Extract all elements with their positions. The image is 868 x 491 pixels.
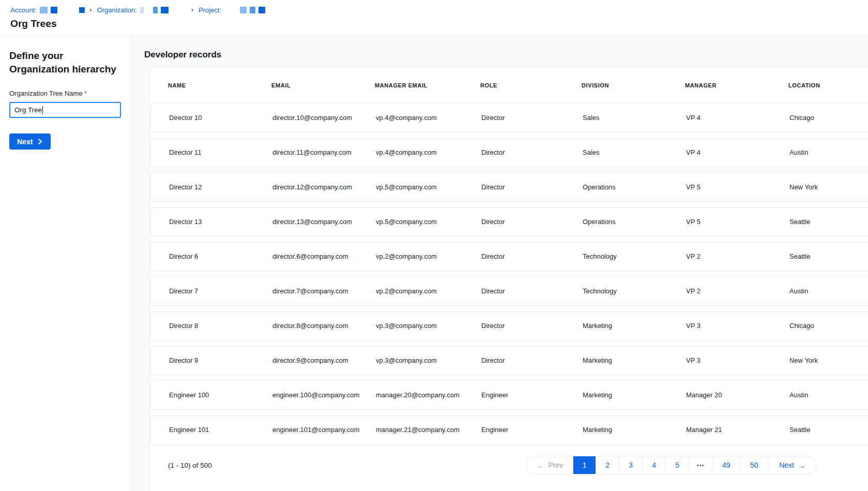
redacted-project-value (258, 7, 265, 13)
cell-division: Marketing (583, 356, 686, 364)
table-row[interactable]: Director 12 director.12@company.com vp.5… (150, 172, 868, 202)
prev-label: Prev (548, 461, 563, 469)
table-row[interactable]: Engineer 100 engineer.100@company.com ma… (150, 380, 868, 410)
next-button-label: Next (17, 138, 33, 146)
cell-email: engineer.101@company.com (272, 426, 376, 434)
page-title: Org Trees (10, 18, 868, 29)
next-button[interactable]: Next (9, 133, 51, 150)
cell-role: Director (481, 148, 583, 156)
cell-manager: VP 4 (686, 148, 789, 156)
cell-name: Director 7 (169, 287, 272, 295)
cell-location: Austin (789, 287, 868, 295)
developer-records-card: NAME EMAIL MANAGER EMAIL ROLE DIVISION M… (149, 67, 868, 491)
cell-manager: VP 2 (686, 252, 789, 260)
pagination-page-1[interactable]: 1 (573, 456, 596, 474)
cell-location: New York (789, 183, 868, 191)
pagination-page-50[interactable]: 50 (740, 456, 768, 474)
cell-division: Marketing (583, 391, 686, 399)
pagination-page-49[interactable]: 49 (712, 456, 740, 474)
cell-email: director.12@company.com (272, 183, 376, 191)
page-header: Account: › Organization: › Project: Org … (0, 0, 868, 36)
required-asterisk: * (84, 90, 87, 97)
org-hierarchy-sidebar: Define your Organization hierarchy Organ… (0, 36, 132, 491)
cell-location: Seattle (789, 252, 868, 260)
table-row[interactable]: Director 9 director.9@company.com vp.3@c… (150, 346, 868, 375)
pagination-page-3[interactable]: 3 (619, 456, 642, 474)
redacted-account-value (51, 7, 57, 13)
table-row[interactable]: Director 10 director.10@company.com vp.4… (150, 103, 868, 132)
cell-manager-email: manager.20@company.com (376, 391, 481, 399)
breadcrumb: Account: › Organization: › Project: (10, 5, 868, 14)
cell-email: director.6@company.com (272, 252, 376, 260)
cell-manager-email: vp.5@company.com (376, 218, 481, 226)
column-header-name: NAME (168, 82, 271, 88)
cell-division: Sales (583, 148, 686, 156)
table-row[interactable]: Director 6 director.6@company.com vp.2@c… (150, 242, 868, 271)
cell-name: Director 11 (169, 148, 272, 156)
cell-division: Technology (583, 252, 686, 260)
cell-name: Director 6 (169, 252, 272, 260)
arrow-right-icon: → (798, 462, 805, 469)
cell-manager-email: vp.2@company.com (376, 252, 481, 260)
cell-email: director.10@company.com (272, 114, 376, 122)
breadcrumb-project-link[interactable]: Project: (199, 6, 221, 14)
chevron-right-icon (37, 139, 43, 144)
cell-manager-email: vp.4@company.com (376, 114, 481, 122)
cell-email: engineer.100@company.com (272, 391, 376, 399)
cell-role: Director (481, 114, 583, 122)
next-label: Next (779, 461, 794, 469)
cell-location: Austin (789, 391, 868, 399)
cell-role: Director (481, 322, 583, 330)
developer-records-heading: Developer records (144, 50, 868, 60)
redacted-project-value (250, 7, 255, 13)
pagination-page-4[interactable]: 4 (642, 456, 665, 474)
cell-manager-email: vp.2@company.com (376, 287, 481, 295)
cell-manager: Manager 20 (686, 391, 789, 399)
text-cursor (42, 106, 43, 114)
column-header-role: ROLE (480, 82, 582, 88)
cell-email: director.9@company.com (272, 356, 376, 364)
pagination-ellipsis[interactable]: ••• (689, 456, 712, 474)
cell-manager: VP 2 (686, 287, 789, 295)
cell-role: Director (481, 356, 583, 364)
sidebar-heading: Define your Organization hierarchy (9, 49, 120, 76)
cell-manager-email: vp.3@company.com (376, 322, 481, 330)
table-row[interactable]: Director 7 director.7@company.com vp.2@c… (150, 276, 868, 306)
column-header-division: DIVISION (582, 82, 685, 88)
table-row[interactable]: Director 13 director.13@company.com vp.5… (150, 207, 868, 236)
cell-role: Director (481, 252, 583, 260)
main-content: Developer records NAME EMAIL MANAGER EMA… (132, 36, 868, 491)
column-header-email: EMAIL (271, 82, 375, 88)
table-body: Director 10 director.10@company.com vp.4… (150, 103, 868, 444)
cell-name: Director 8 (169, 322, 272, 330)
cell-name: Engineer 101 (169, 426, 272, 434)
pagination-next-button[interactable]: Next → (768, 456, 816, 474)
cell-name: Director 9 (169, 356, 272, 364)
breadcrumb-organization-link[interactable]: Organization: (97, 6, 137, 14)
cell-division: Operations (583, 183, 686, 191)
org-tree-name-input[interactable]: Org Tree (9, 102, 121, 118)
table-row[interactable]: Engineer 101 engineer.101@company.com ma… (150, 415, 868, 444)
cell-location: Seattle (789, 426, 868, 434)
breadcrumb-account-link[interactable]: Account: (10, 6, 37, 14)
table-row[interactable]: Director 8 director.8@company.com vp.3@c… (150, 311, 868, 340)
pagination-page-2[interactable]: 2 (596, 456, 619, 474)
redacted-project-value (240, 7, 247, 13)
cell-location: Austin (789, 148, 868, 156)
pagination-prev-button[interactable]: ← Prev (527, 456, 573, 474)
pagination-page-5[interactable]: 5 (665, 456, 689, 474)
cell-division: Marketing (583, 426, 686, 434)
cell-manager-email: vp.5@company.com (376, 183, 481, 191)
arrow-left-icon: ← (537, 462, 544, 469)
cell-manager: VP 5 (686, 183, 789, 191)
cell-email: director.8@company.com (272, 322, 376, 330)
redacted-account-value (79, 7, 85, 13)
cell-role: Director (481, 287, 583, 295)
table-row[interactable]: Director 11 director.11@company.com vp.4… (150, 138, 868, 167)
cell-manager: VP 5 (686, 218, 789, 226)
cell-email: director.7@company.com (272, 287, 376, 295)
cell-role: Engineer (481, 426, 583, 434)
cell-email: director.13@company.com (272, 218, 376, 226)
pagination-controls: ← Prev 1 2 3 4 5 ••• 49 50 Next → (526, 456, 817, 474)
redacted-organization-value (161, 7, 169, 13)
